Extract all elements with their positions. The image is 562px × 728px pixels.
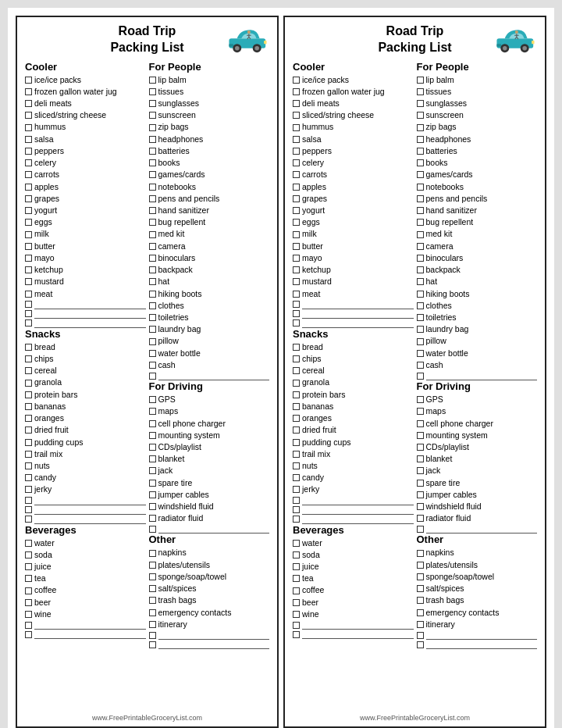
checkbox[interactable]	[417, 219, 424, 226]
checkbox[interactable]	[293, 631, 300, 638]
checkbox[interactable]	[417, 467, 424, 474]
checkbox[interactable]	[417, 291, 424, 298]
checkbox[interactable]	[293, 124, 300, 131]
checkbox[interactable]	[293, 88, 300, 95]
checkbox[interactable]	[417, 621, 424, 628]
checkbox[interactable]	[417, 124, 424, 131]
checkbox[interactable]	[149, 362, 156, 369]
checkbox[interactable]	[25, 184, 32, 191]
checkbox[interactable]	[293, 575, 300, 582]
checkbox[interactable]	[417, 350, 424, 357]
checkbox[interactable]	[417, 159, 424, 166]
checkbox[interactable]	[25, 403, 32, 410]
checkbox[interactable]	[293, 136, 300, 143]
checkbox[interactable]	[417, 326, 424, 333]
checkbox[interactable]	[417, 302, 424, 309]
checkbox[interactable]	[417, 243, 424, 250]
checkbox[interactable]	[149, 480, 156, 487]
checkbox[interactable]	[149, 562, 156, 569]
checkbox[interactable]	[149, 597, 156, 604]
checkbox[interactable]	[149, 136, 156, 143]
checkbox[interactable]	[417, 171, 424, 178]
checkbox[interactable]	[25, 599, 32, 606]
checkbox[interactable]	[25, 415, 32, 422]
checkbox[interactable]	[25, 611, 32, 618]
checkbox[interactable]	[417, 641, 424, 648]
checkbox[interactable]	[417, 338, 424, 345]
checkbox[interactable]	[293, 255, 300, 262]
checkbox[interactable]	[417, 408, 424, 415]
checkbox[interactable]	[25, 551, 32, 558]
checkbox[interactable]	[25, 516, 32, 523]
checkbox[interactable]	[417, 597, 424, 604]
checkbox[interactable]	[417, 112, 424, 119]
checkbox[interactable]	[149, 171, 156, 178]
checkbox[interactable]	[417, 396, 424, 403]
checkbox[interactable]	[25, 355, 32, 362]
checkbox[interactable]	[293, 426, 300, 434]
checkbox[interactable]	[293, 599, 300, 606]
checkbox[interactable]	[149, 231, 156, 238]
checkbox[interactable]	[149, 467, 156, 474]
checkbox[interactable]	[417, 515, 424, 522]
checkbox[interactable]	[293, 355, 300, 362]
checkbox[interactable]	[293, 291, 300, 298]
checkbox[interactable]	[293, 611, 300, 618]
checkbox[interactable]	[25, 100, 32, 107]
checkbox[interactable]	[293, 622, 300, 629]
checkbox[interactable]	[25, 124, 32, 131]
checkbox[interactable]	[293, 195, 300, 202]
checkbox[interactable]	[25, 439, 32, 446]
checkbox[interactable]	[149, 124, 156, 131]
checkbox[interactable]	[417, 373, 424, 380]
checkbox[interactable]	[25, 575, 32, 582]
checkbox[interactable]	[149, 396, 156, 403]
checkbox[interactable]	[25, 486, 32, 493]
checkbox[interactable]	[293, 77, 300, 84]
checkbox[interactable]	[293, 171, 300, 178]
checkbox[interactable]	[293, 516, 300, 523]
checkbox[interactable]	[25, 391, 32, 398]
checkbox[interactable]	[25, 291, 32, 298]
checkbox[interactable]	[25, 159, 32, 166]
checkbox[interactable]	[25, 462, 32, 469]
checkbox[interactable]	[417, 491, 424, 498]
checkbox[interactable]	[149, 455, 156, 462]
checkbox[interactable]	[25, 148, 32, 155]
checkbox[interactable]	[417, 480, 424, 487]
checkbox[interactable]	[149, 314, 156, 321]
checkbox[interactable]	[293, 474, 300, 481]
checkbox[interactable]	[417, 136, 424, 143]
checkbox[interactable]	[417, 585, 424, 592]
checkbox[interactable]	[293, 310, 300, 317]
checkbox[interactable]	[149, 573, 156, 580]
checkbox[interactable]	[293, 278, 300, 285]
checkbox[interactable]	[149, 184, 156, 191]
checkbox[interactable]	[25, 266, 32, 273]
checkbox[interactable]	[25, 319, 32, 327]
checkbox[interactable]	[417, 195, 424, 202]
checkbox[interactable]	[149, 420, 156, 427]
checkbox[interactable]	[149, 243, 156, 250]
checkbox[interactable]	[149, 621, 156, 628]
checkbox[interactable]	[25, 506, 32, 513]
checkbox[interactable]	[417, 432, 424, 439]
checkbox[interactable]	[417, 573, 424, 580]
checkbox[interactable]	[417, 88, 424, 95]
checkbox[interactable]	[293, 540, 300, 547]
checkbox[interactable]	[417, 100, 424, 107]
checkbox[interactable]	[149, 350, 156, 357]
checkbox[interactable]	[149, 148, 156, 155]
checkbox[interactable]	[25, 195, 32, 202]
checkbox[interactable]	[25, 243, 32, 250]
checkbox[interactable]	[293, 319, 300, 327]
checkbox[interactable]	[149, 255, 156, 262]
checkbox[interactable]	[149, 326, 156, 333]
checkbox[interactable]	[25, 255, 32, 262]
checkbox[interactable]	[149, 77, 156, 84]
checkbox[interactable]	[149, 526, 156, 533]
checkbox[interactable]	[149, 278, 156, 285]
checkbox[interactable]	[293, 462, 300, 469]
checkbox[interactable]	[293, 231, 300, 238]
checkbox[interactable]	[293, 207, 300, 214]
